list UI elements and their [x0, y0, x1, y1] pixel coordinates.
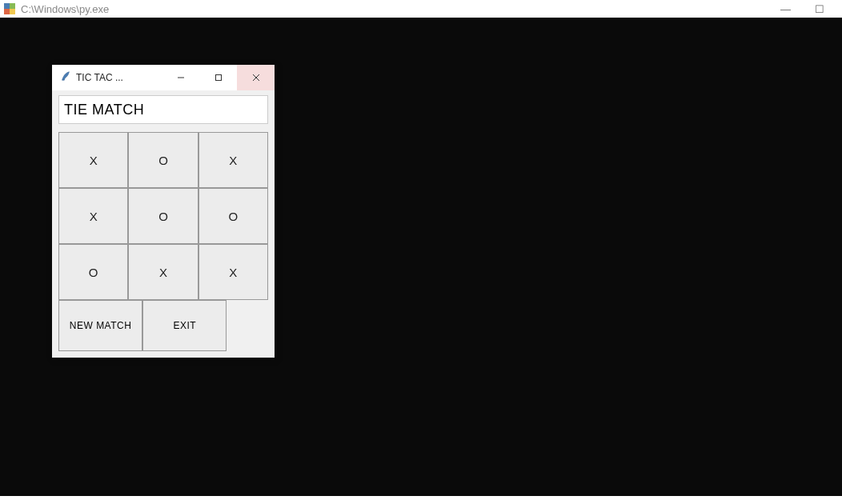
cell-2-0[interactable]: O [58, 244, 128, 300]
console-titlebar: C:\Windows\py.exe — ☐ [0, 0, 842, 18]
console-window-controls: — ☐ [780, 3, 824, 15]
action-spacer [227, 300, 268, 351]
cell-0-1[interactable]: O [128, 132, 198, 188]
maximize-button[interactable] [199, 65, 237, 90]
python-console-icon [3, 2, 16, 15]
status-text: TIE MATCH [64, 102, 144, 118]
game-window: TIC TAC ... TIE MATCH X O X X O O [52, 65, 275, 358]
close-button[interactable] [237, 65, 275, 90]
game-window-title: TIC TAC ... [76, 72, 162, 83]
bottom-border [0, 496, 842, 504]
status-display: TIE MATCH [58, 95, 268, 124]
cell-1-2[interactable]: O [198, 188, 268, 244]
svg-rect-5 [215, 75, 221, 81]
exit-button[interactable]: EXIT [142, 300, 227, 351]
cell-1-1[interactable]: O [128, 188, 198, 244]
minimize-button[interactable] [162, 65, 199, 90]
action-row: NEW MATCH EXIT [58, 300, 268, 351]
minimize-icon[interactable]: — [780, 3, 791, 15]
svg-rect-2 [10, 3, 15, 9]
svg-rect-1 [10, 9, 15, 14]
console-client-area: TIC TAC ... TIE MATCH X O X X O O [0, 18, 842, 496]
new-match-button[interactable]: NEW MATCH [58, 300, 142, 351]
cell-1-0[interactable]: X [58, 188, 128, 244]
cell-0-2[interactable]: X [198, 132, 268, 188]
tk-feather-icon [60, 70, 71, 85]
cell-0-0[interactable]: X [58, 132, 128, 188]
game-board: X O X X O O O X X [58, 132, 268, 300]
maximize-icon[interactable]: ☐ [815, 3, 824, 15]
cell-2-2[interactable]: X [198, 244, 268, 300]
cell-2-1[interactable]: X [128, 244, 198, 300]
game-titlebar[interactable]: TIC TAC ... [52, 65, 275, 90]
svg-rect-3 [4, 9, 10, 14]
svg-rect-0 [4, 3, 10, 9]
console-title: C:\Windows\py.exe [21, 3, 780, 15]
